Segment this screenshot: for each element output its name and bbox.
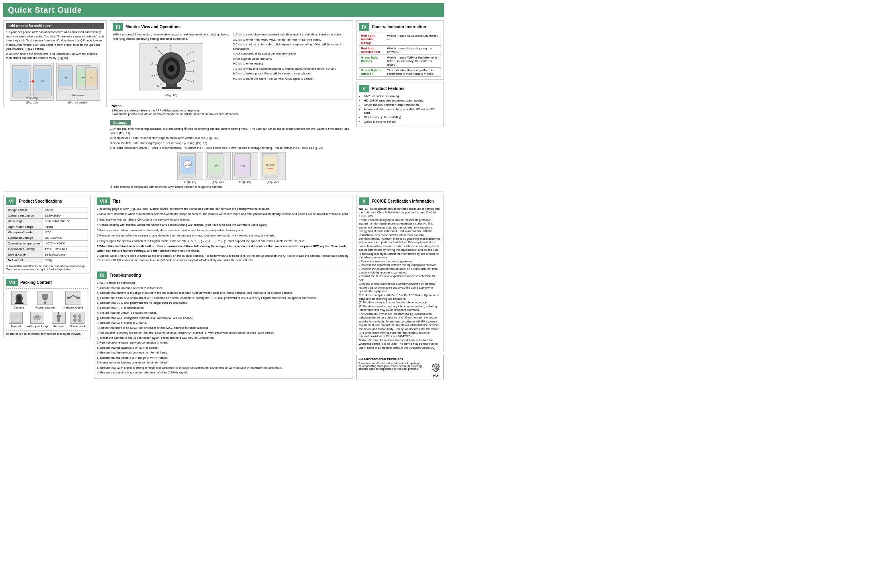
ts-1h: h) Ensure that Wi-Fi signal is 2.4GHz. bbox=[97, 321, 350, 325]
svg-text:8: 8 bbox=[192, 70, 194, 73]
monitor-item-7: 7.Click to view and download photos & vi… bbox=[233, 67, 350, 71]
monitor-title-row: III Monitor View and Operations bbox=[113, 23, 350, 31]
pap-label: PAP bbox=[433, 374, 439, 377]
packing-item-manual: Manual bbox=[9, 312, 23, 328]
svg-rect-60 bbox=[42, 294, 48, 299]
monitor-title: Monitor View and Operations bbox=[125, 25, 180, 29]
add-camera-title: Add camera for multi-users. bbox=[8, 24, 53, 28]
feature-6: Quick & easy to set up bbox=[364, 120, 441, 123]
product-features-section: V Product Features 24/7 live video strea… bbox=[356, 82, 444, 127]
svg-text:Add camera: Add camera bbox=[71, 94, 85, 96]
monitor-item-3: 3.Click to start recording video, click … bbox=[233, 43, 350, 51]
spec-row: Camera resolution1920x1080 bbox=[6, 213, 88, 218]
ts-1g: g) Ensure that Wi-Fi encryption method i… bbox=[97, 316, 350, 320]
svg-rect-72 bbox=[57, 316, 60, 322]
fcc-p3: - Reorient or relocate the receiving ant… bbox=[359, 260, 441, 263]
features-title: Product Features bbox=[372, 86, 404, 91]
svg-text:3: 3 bbox=[151, 62, 153, 65]
packing-item-camera: Camera bbox=[11, 291, 27, 309]
ts-1c: c) Ensure that SSID and password of WIFI… bbox=[97, 296, 350, 301]
notes-title: Notes: bbox=[112, 104, 351, 108]
monitor-item-8: 8.Click to take a photo. Photo will be s… bbox=[233, 72, 350, 76]
features-roman: V bbox=[359, 85, 369, 92]
troubleshoot-title: Troubleshooting bbox=[110, 273, 141, 277]
spec-row: Operation humidity15% ~ 85% RH bbox=[6, 246, 88, 252]
monitor-item-9: 9.Click to mute the audio from camera. C… bbox=[233, 77, 350, 81]
svg-point-81 bbox=[78, 318, 81, 322]
specs-table: Image sensorCMOS Camera resolution1920x1… bbox=[6, 207, 88, 263]
recycling-icon bbox=[430, 362, 441, 373]
troubleshoot-roman: IX bbox=[97, 272, 107, 279]
svg-rect-65 bbox=[76, 297, 80, 299]
monitor-item-4: 4.Not supported drag adjust camera view … bbox=[233, 52, 350, 56]
tip-1: 1.In setting page of APP (Fig. 15), clic… bbox=[97, 207, 350, 211]
camera-icon-box bbox=[11, 291, 27, 305]
ts-1i: i) Ensure that there is no MAC filter on… bbox=[97, 326, 350, 330]
bottom-section: VI Product Specifications Image sensorCM… bbox=[3, 195, 444, 381]
svg-line-34 bbox=[186, 62, 192, 64]
packing-cable-label: Network Cable bbox=[63, 306, 83, 309]
svg-point-75 bbox=[58, 312, 59, 314]
svg-rect-73 bbox=[57, 315, 61, 317]
packing-title: Packing Content bbox=[20, 280, 52, 285]
svg-point-63 bbox=[44, 302, 46, 304]
left-column: Add camera for multi-users. 1.If your ce… bbox=[3, 20, 107, 189]
tip-3: 3.Sharing with Friends: Share QR code of… bbox=[97, 218, 350, 222]
svg-rect-59 bbox=[15, 303, 24, 304]
top-section: Add camera for multi-users. 1.If your ce… bbox=[3, 20, 444, 189]
fcc-title: FCC/CE Certification Information bbox=[372, 199, 434, 203]
settings-item-3: 3.Open the APP, enter "message" page to … bbox=[110, 141, 353, 146]
bottom-right-column: X FCC/CE Certification Information NOTE:… bbox=[356, 195, 444, 381]
packing-item-waterproof: Water proof cap bbox=[27, 312, 48, 328]
svg-text:App: App bbox=[19, 80, 24, 82]
indicator-meaning-2: Which means its configuring the network. bbox=[385, 46, 441, 55]
indicator-roman: IV bbox=[359, 23, 369, 31]
add-cam-p2: 2.You can delete the device first, and u… bbox=[6, 52, 104, 61]
camera-indicator-section: IV Camera Indicator Instruction Red ligh… bbox=[356, 20, 444, 80]
ts-1k: k) Reset the camera to set up connection… bbox=[97, 336, 350, 340]
svg-text:7: 7 bbox=[192, 60, 194, 63]
settings-item-1: 1.On the real-time monitoring interface,… bbox=[110, 127, 353, 135]
waterproof-icon-box bbox=[30, 312, 44, 324]
middle-column: III Monitor View and Operations With a s… bbox=[110, 20, 353, 189]
specs-roman: VI bbox=[6, 197, 16, 205]
feature-1: 24/7 live video streaming bbox=[364, 94, 441, 98]
fcc-p5: - Connect the equipment into an outlet o… bbox=[359, 267, 441, 275]
right-column: IV Camera Indicator Instruction Red ligh… bbox=[356, 20, 444, 189]
fig19: Msg bbox=[232, 152, 258, 180]
compatibility-note: ※ This camera is compatible with univers… bbox=[110, 185, 353, 189]
svg-rect-41 bbox=[162, 87, 181, 89]
indicator-title: Camera Indicator Instruction bbox=[372, 25, 426, 29]
fig15-image: App QR Scanning bbox=[10, 63, 54, 101]
ts-1a: a) Ensure that the antenna of camera is … bbox=[97, 286, 350, 291]
tip-2: 2.Movement detection: when movement is d… bbox=[97, 212, 350, 217]
svg-text:5: 5 bbox=[157, 84, 159, 88]
fig14-image: Friend Share QR Add camera bbox=[56, 63, 100, 101]
add-camera-header: Add camera for multi-users. bbox=[6, 23, 104, 29]
tip-8: 8.When this machine has a crash fault or… bbox=[97, 244, 350, 253]
ts-1j: j) We suggest rebooting the router, and … bbox=[97, 331, 350, 335]
svg-rect-61 bbox=[43, 299, 47, 300]
indicator-meaning-1: Which means its successfully turned up. bbox=[385, 33, 441, 46]
features-list: 24/7 live video streaming HD 1080P provi… bbox=[359, 94, 441, 123]
add-camera-content: 1.If your cell phone APP has added camer… bbox=[6, 30, 104, 61]
packing-item-screws: Screw pack bbox=[70, 312, 85, 328]
fcc-p4: - Increase the separation between the eq… bbox=[359, 263, 441, 267]
ts-1f: f) Ensure that the DHCP is enabled on ro… bbox=[97, 311, 350, 315]
adapter-icon-box bbox=[37, 291, 53, 305]
monitor-item-1: 1.Click to switch between standard defin… bbox=[233, 33, 350, 37]
ts-1e: e) Ensure that SSID is broadcasted. bbox=[97, 306, 350, 311]
fcc-p6: - Consult the dealer or an experienced r… bbox=[359, 274, 441, 282]
fcc-title-row: X FCC/CE Certification Information bbox=[359, 197, 441, 205]
spec-row: View anglehorizontal: 80°±5° bbox=[6, 218, 88, 224]
monitor-section: III Monitor View and Operations With a s… bbox=[110, 20, 353, 100]
eu-title: EU Environmental Provisions bbox=[359, 357, 441, 361]
fig15-label: (Fig. 15) bbox=[26, 101, 38, 104]
screws-icon-box bbox=[71, 312, 84, 324]
tip-9: 9.Special Note: This QR code is same as … bbox=[97, 254, 350, 262]
settings-item-2: 2.Open the APP, enter "User center" page… bbox=[110, 136, 353, 141]
tip-6: 6.Remote monitoring: after the camera is… bbox=[97, 234, 350, 238]
ts-1d: d) Ensure that SSID and password are no … bbox=[97, 301, 350, 305]
spec-row: Night vision range<10m bbox=[6, 224, 88, 229]
monitor-intro: With a successful connection, monitor vi… bbox=[113, 33, 230, 41]
